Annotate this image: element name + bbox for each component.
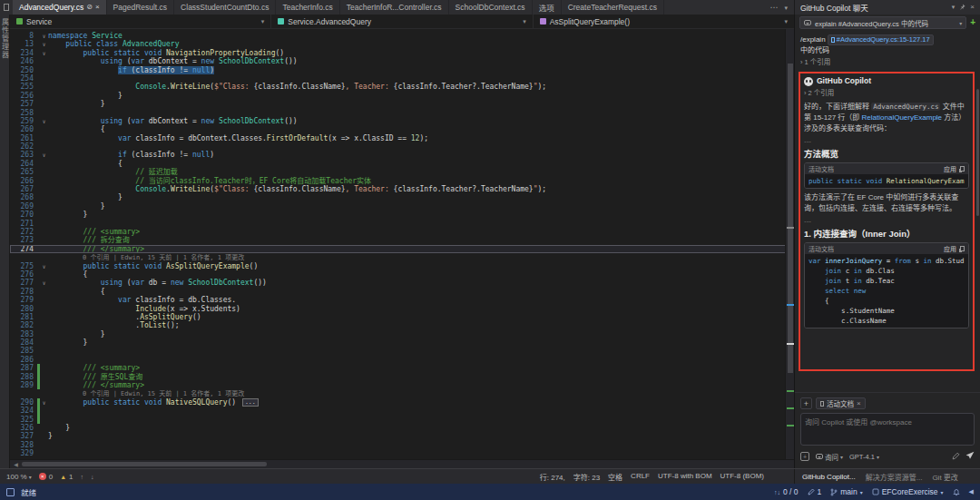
- collapse-chevron-icon[interactable]: ◀: [969, 488, 974, 495]
- encoding-indicator[interactable]: UTF-8 with BOM: [658, 472, 712, 482]
- dictate-icon[interactable]: [952, 452, 960, 462]
- tool-window-tabs: GitHub Copilot... 解决方案资源管... Git 更改: [794, 469, 980, 484]
- scroll-left-icon[interactable]: ◀: [12, 461, 20, 467]
- encoding-indicator-2[interactable]: UTF-8 (BOM): [720, 472, 764, 482]
- apply-button[interactable]: 应用: [944, 244, 956, 254]
- property-manager-vertical-tab[interactable]: 属性管理器: [0, 18, 10, 468]
- tab-git-changes[interactable]: Git 更改: [932, 472, 957, 482]
- code-line: 278 {: [10, 288, 794, 296]
- editor-tab[interactable]: 选项: [533, 0, 562, 15]
- change-mark: [787, 407, 794, 409]
- fold-toggle-icon[interactable]: ∨: [40, 262, 48, 270]
- fold-toggle-icon[interactable]: ∨: [40, 49, 48, 57]
- line-number: 273: [10, 236, 37, 244]
- fold-margin: [40, 321, 48, 329]
- tab-github-copilot[interactable]: GitHub Copilot...: [802, 473, 856, 481]
- fold-toggle-icon[interactable]: ∨: [40, 279, 48, 287]
- collapsed-region-box[interactable]: ...: [242, 398, 259, 407]
- line-number: 329: [10, 449, 37, 457]
- fold-margin: [40, 305, 48, 313]
- symbol-link[interactable]: RelationalQueryExample: [862, 113, 943, 122]
- indent-indicator[interactable]: 空格: [608, 472, 622, 482]
- line-number: 260: [10, 125, 37, 133]
- git-branch-indicator[interactable]: main ▾: [830, 487, 862, 496]
- editor-tab[interactable]: TeacherInfo.cs: [276, 0, 339, 15]
- active-document-chip[interactable]: 活动文档 ×: [816, 397, 866, 409]
- line-number: 270: [10, 211, 37, 219]
- zoom-selector[interactable]: 100 %: [6, 473, 32, 481]
- references-toggle[interactable]: 2 个引用: [804, 88, 969, 98]
- code-line: 287 /// <summary>: [10, 364, 794, 372]
- editor-tab[interactable]: CreateTeacherRequest.cs: [562, 0, 664, 15]
- scrollbar-thumb[interactable]: [22, 462, 267, 466]
- breadcrumb-type-dropdown[interactable]: Service.AdvancedQuery ▾: [271, 15, 533, 28]
- editor-tab[interactable]: PagedResult.cs: [107, 0, 175, 15]
- add-context-button[interactable]: +: [800, 397, 812, 409]
- panel-position-chevron-icon[interactable]: [952, 4, 956, 11]
- error-indicator[interactable]: × 0: [39, 473, 53, 481]
- editor-tab[interactable]: SchoolDbContext.cs: [449, 0, 533, 15]
- codelens-row: 0 个引用 | Edwin, 15 天前 | 1 名作者, 1 项更改: [10, 253, 794, 261]
- code-editor[interactable]: 8∨namespace Service13∨ public class Adva…: [10, 29, 794, 459]
- code-line: 265 // 延迟加载: [10, 168, 794, 176]
- editor-tab[interactable]: TeacherInfoR...Controller.cs: [340, 0, 449, 15]
- breadcrumb-project-dropdown[interactable]: Service ▾: [10, 15, 271, 28]
- fold-margin: [40, 424, 48, 432]
- background-tasks-icon[interactable]: [6, 488, 15, 496]
- line-number: 285: [10, 347, 37, 355]
- editor-tab[interactable]: AdvancedQuery.cs⊘×: [13, 0, 107, 15]
- file-icon: [820, 401, 824, 407]
- line-number: 276: [10, 270, 37, 279]
- codelens-text[interactable]: 0 个引用 | Edwin, 15 天前 | 1 名作者, 1 项更改: [48, 254, 244, 261]
- notifications-bell-icon[interactable]: [953, 488, 960, 496]
- remove-chip-icon[interactable]: ×: [857, 399, 861, 407]
- pending-edits-indicator[interactable]: 1: [808, 487, 822, 496]
- line-number: 8: [10, 32, 37, 40]
- scrollbar-thumb[interactable]: [788, 64, 793, 373]
- tab-list-chevron-icon[interactable]: [784, 3, 788, 12]
- editor-horizontal-scrollbar[interactable]: ◀: [10, 459, 794, 468]
- tab-overflow-icon[interactable]: ⋯: [769, 3, 778, 12]
- panel-pin-icon[interactable]: [959, 4, 965, 12]
- fold-toggle-icon[interactable]: ∨: [40, 151, 48, 159]
- copy-icon[interactable]: [960, 246, 965, 251]
- model-dropdown[interactable]: GPT-4.1: [849, 453, 879, 461]
- code-card: 活动文档 应用 var innerJoinQuery = from s in d…: [804, 242, 969, 328]
- fold-margin: [40, 193, 48, 201]
- eol-indicator[interactable]: CRLF: [631, 472, 650, 482]
- file-reference-chip[interactable]: #AdvancedQuery.cs:15-127.17: [828, 34, 934, 45]
- column-indicator[interactable]: 字符: 23: [573, 472, 600, 482]
- references-toggle[interactable]: 1 个引用: [800, 57, 975, 67]
- git-sync-indicator[interactable]: ↑↓ 0 / 0: [774, 487, 799, 496]
- tab-close-icon[interactable]: ×: [95, 4, 100, 11]
- chat-input[interactable]: 询问 Copilot 或使用 @workspace: [800, 413, 975, 446]
- next-issue-icon[interactable]: ↓: [91, 474, 94, 480]
- context-grid-icon[interactable]: +: [800, 452, 809, 461]
- apply-button[interactable]: 应用: [944, 164, 956, 174]
- chat-scrollbar[interactable]: [976, 89, 979, 216]
- git-repo-indicator[interactable]: EFCoreExercise ▾: [872, 487, 944, 496]
- chat-history-dropdown[interactable]: explain #AdvancedQuery.cs 中的代码 ▾: [799, 16, 966, 29]
- editor-vertical-scrollbar[interactable]: [785, 29, 794, 459]
- fold-margin: [40, 74, 48, 83]
- fold-toggle-icon[interactable]: ∨: [40, 32, 48, 40]
- prev-issue-icon[interactable]: ↑: [81, 474, 84, 480]
- tab-strip: AdvancedQuery.cs⊘×PagedResult.csClassStu…: [0, 0, 794, 15]
- warning-indicator[interactable]: 1: [60, 473, 73, 481]
- fold-toggle-icon[interactable]: ∨: [40, 398, 48, 407]
- editor-tab[interactable]: ClassStudentCountDto.cs: [174, 0, 276, 15]
- tab-solution-explorer[interactable]: 解决方案资源管...: [866, 472, 923, 482]
- fold-toggle-icon[interactable]: ∨: [40, 117, 48, 125]
- new-chat-icon[interactable]: +: [970, 18, 975, 27]
- line-indicator[interactable]: 行: 274,: [540, 472, 565, 482]
- mode-dropdown[interactable]: 询问: [816, 452, 843, 462]
- tab-pin-icon[interactable]: ⊘: [86, 4, 93, 11]
- code-line: 262: [10, 142, 794, 151]
- breadcrumb-member-dropdown[interactable]: AsSplitQueryExample() ▾: [534, 15, 794, 28]
- panel-close-icon[interactable]: ×: [970, 4, 975, 11]
- fold-toggle-icon[interactable]: ∨: [40, 40, 48, 48]
- codelens-text[interactable]: 0 个引用 | Edwin, 15 天前 | 1 名作者, 1 项更改: [48, 390, 244, 397]
- copy-icon[interactable]: [960, 166, 965, 172]
- line-number: 261: [10, 134, 37, 142]
- send-icon[interactable]: [965, 451, 975, 462]
